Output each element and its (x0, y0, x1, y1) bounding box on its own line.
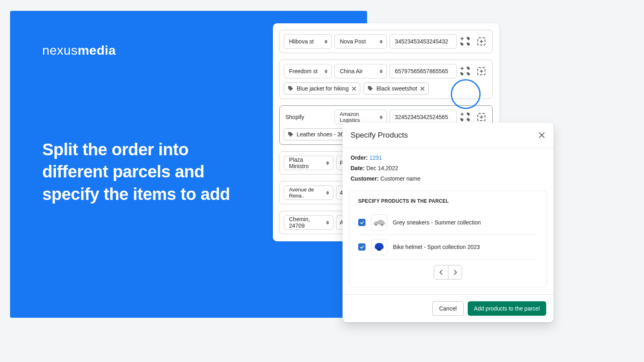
svg-point-0 (375, 224, 377, 226)
tracking-input[interactable]: 32452345342524565 (390, 110, 457, 124)
close-icon[interactable] (538, 132, 545, 139)
cancel-button[interactable]: Cancel (432, 301, 464, 316)
caret-sort-icon (376, 40, 383, 43)
product-checkbox[interactable] (358, 243, 365, 251)
caret-sort-icon (321, 70, 328, 73)
modal-title: Specify Products (351, 131, 408, 140)
brand-light: nexus (42, 43, 78, 58)
product-name: Grey sneakers - Summer collection (393, 219, 481, 226)
address-select[interactable]: Chemin, 24709 (284, 215, 333, 230)
add-products-button[interactable]: Add products to the parcel (468, 301, 546, 316)
items-cluster-icon[interactable] (460, 37, 471, 47)
items-cluster-icon[interactable] (460, 66, 471, 76)
add-parcel-icon[interactable] (474, 110, 488, 124)
caret-sort-icon (376, 70, 383, 73)
caret-sort-icon (323, 221, 329, 224)
carrier-select[interactable]: China Air (334, 64, 387, 78)
tag-icon (367, 86, 373, 91)
remove-chip-icon[interactable] (352, 86, 356, 91)
specify-products-modal: Specify Products Order: 1231 Date: Dec 1… (343, 123, 553, 322)
order-link[interactable]: 1231 (369, 154, 382, 161)
address-label: Shopify (284, 110, 332, 124)
remove-chip-icon[interactable] (420, 86, 425, 91)
parcel-row: Hlibova st Nova Post 34523453453245432 (279, 30, 493, 53)
items-cluster-icon[interactable] (460, 112, 471, 122)
pager-next-button[interactable] (448, 265, 462, 279)
item-chip: Black sweetshot (363, 82, 429, 95)
caret-sort-icon (323, 161, 329, 165)
product-checkbox[interactable] (358, 219, 365, 226)
pager (358, 265, 538, 280)
promo-headline: Split the order into different parcels a… (42, 138, 244, 205)
product-thumb (371, 239, 387, 255)
product-name: Bike helmet - Sport collection 2023 (393, 244, 480, 250)
svg-point-1 (380, 224, 384, 226)
caret-sort-icon (323, 191, 329, 195)
tracking-input[interactable]: 65797565657865565 (390, 64, 457, 78)
caret-sort-icon (321, 40, 328, 43)
svg-rect-2 (377, 249, 381, 251)
caret-sort-icon (376, 115, 383, 119)
parcel-row: Freedom st China Air 65797565657865565 B (279, 60, 493, 99)
tracking-input[interactable]: 34523453453245432 (390, 34, 457, 49)
address-select[interactable]: Plaza Ministro (284, 156, 333, 170)
brand-bold: media (78, 43, 116, 58)
section-title: SPECIFY PRODUCTS IN THE PARCEL (358, 198, 538, 204)
add-parcel-icon[interactable] (474, 34, 488, 49)
tag-icon (288, 132, 293, 137)
tag-icon (288, 86, 293, 91)
address-select[interactable]: Hlibova st (284, 34, 332, 49)
product-thumb (371, 214, 387, 230)
address-select[interactable]: Freedom st (284, 64, 332, 78)
add-parcel-icon[interactable] (474, 64, 488, 78)
products-section: SPECIFY PRODUCTS IN THE PARCEL Grey snea… (349, 191, 547, 287)
address-select[interactable]: Avenue de Rena.. (284, 185, 333, 200)
carrier-select[interactable]: Nova Post (334, 34, 387, 49)
product-row: Bike helmet - Sport collection 2023 (358, 235, 538, 259)
product-row: Grey sneakers - Summer collection (358, 210, 538, 235)
item-chip: Blue jacket for hiking (284, 82, 360, 95)
carrier-select[interactable]: Amazon Logistics (334, 110, 387, 124)
pager-prev-button[interactable] (434, 265, 448, 279)
order-meta: Order: 1231 Date: Dec 14,2022 Customer: … (343, 148, 553, 188)
